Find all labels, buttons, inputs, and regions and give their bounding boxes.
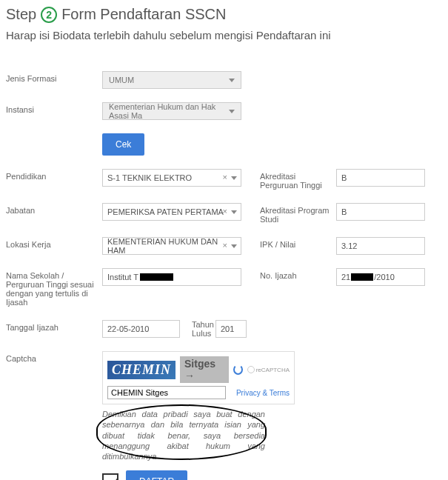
redacted-text [351, 273, 373, 281]
agreement-checkbox[interactable] [102, 473, 118, 480]
chevron-down-icon [229, 79, 235, 82]
chevron-down-icon [229, 110, 235, 113]
clear-icon[interactable]: × [223, 173, 227, 181]
page-subtitle: Harap isi Biodata terlebih dahulu sebelu… [6, 29, 442, 41]
pendidikan-select[interactable]: S-1 TEKNIK ELEKTRO × [102, 169, 241, 187]
jenis-formasi-label: Jenis Formasi [6, 71, 102, 83]
akreditasi-pt-input[interactable] [336, 169, 425, 187]
instansi-label: Instansi [6, 102, 102, 114]
refresh-icon[interactable] [233, 364, 243, 375]
cek-button[interactable]: Cek [102, 133, 144, 156]
chevron-down-icon [231, 210, 237, 214]
clear-icon[interactable]: × [223, 241, 227, 250]
lokasi-kerja-label: Lokasi Kerja [6, 237, 102, 249]
nama-sekolah-label: Nama Sekolah / Perguruan Tinggi sesuai d… [6, 268, 102, 307]
captcha-image-1: CHEMIN [107, 361, 175, 379]
akreditasi-pt-label: Akreditasi Perguruan Tinggi [247, 169, 332, 190]
step-prefix: Step [6, 6, 36, 23]
jenis-formasi-select[interactable]: UMUM [102, 71, 241, 89]
page-heading: Step 2 Form Pendaftaran SSCN [6, 6, 442, 23]
jabatan-value: PEMERIKSA PATEN PERTAMA [107, 207, 224, 216]
declaration-text: Demikian data pribadi saya buat dengan s… [102, 409, 265, 461]
captcha-widget: CHEMIN Sitges → reCAPTCHA Privacy & Term… [102, 351, 295, 404]
akreditasi-ps-input[interactable] [336, 203, 425, 221]
redacted-text [140, 273, 173, 281]
captcha-input[interactable] [107, 386, 226, 399]
step-number-badge: 2 [41, 7, 57, 23]
tahun-lulus-label: Tahun Lulus [192, 320, 215, 338]
daftar-button[interactable]: DAFTAR [126, 470, 187, 480]
akreditasi-ps-label: Akreditasi Program Studi [247, 203, 332, 224]
tanggal-ijazah-input[interactable] [102, 320, 180, 338]
chevron-down-icon [231, 244, 237, 248]
chevron-down-icon [231, 176, 237, 180]
nama-sekolah-input[interactable]: Institut T [102, 268, 241, 286]
jabatan-select[interactable]: PEMERIKSA PATEN PERTAMA × [102, 203, 241, 221]
lokasi-kerja-select[interactable]: KEMENTERIAN HUKUM DAN HAM × [102, 237, 241, 255]
tanggal-ijazah-label: Tanggal Ijazah [6, 320, 102, 332]
jabatan-label: Jabatan [6, 203, 102, 215]
no-ijazah-label: No. Ijazah [247, 268, 332, 280]
privacy-terms-link[interactable]: Privacy & Terms [236, 389, 290, 397]
jenis-formasi-value: UMUM [109, 76, 134, 84]
page-title: Form Pendaftaran SSCN [61, 6, 226, 23]
instansi-value: Kementerian Hukum dan Hak Asasi Ma [109, 102, 229, 120]
pendidikan-value: S-1 TEKNIK ELEKTRO [107, 173, 192, 182]
ipk-label: IPK / Nilai [247, 237, 332, 249]
pendidikan-label: Pendidikan [6, 169, 102, 181]
instansi-select[interactable]: Kementerian Hukum dan Hak Asasi Ma [102, 102, 241, 120]
lokasi-kerja-value: KEMENTERIAN HUKUM DAN HAM [107, 237, 236, 255]
clear-icon[interactable]: × [223, 207, 227, 216]
captcha-label: Captcha [6, 351, 102, 363]
tahun-lulus-input[interactable] [215, 320, 247, 338]
ipk-input[interactable] [336, 237, 425, 255]
captcha-image-2: Sitges → [180, 356, 229, 383]
no-ijazah-input[interactable]: 21/2010 [336, 268, 425, 286]
recaptcha-badge: reCAPTCHA [247, 366, 290, 373]
